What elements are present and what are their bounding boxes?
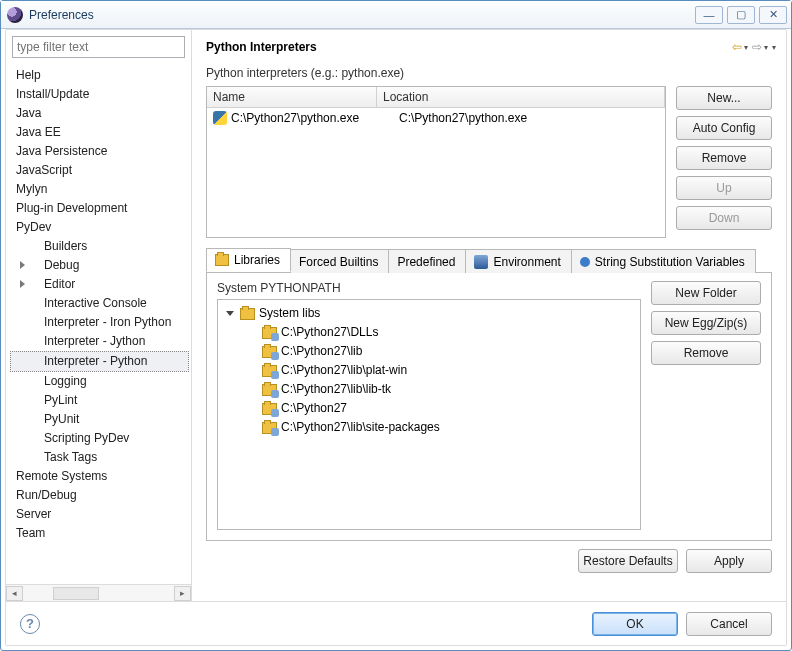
tab-environment[interactable]: Environment xyxy=(465,249,571,273)
lib-folder-icon xyxy=(262,346,277,358)
tree-item-label: Install/Update xyxy=(16,87,89,101)
libs-tree[interactable]: System libs C:\Python27\DLLsC:\Python27\… xyxy=(217,299,641,530)
tree-item-label: Interpreter - Jython xyxy=(44,334,145,348)
apply-button[interactable]: Apply xyxy=(686,549,772,573)
category-tree[interactable]: HelpInstall/UpdateJavaJava EEJava Persis… xyxy=(6,64,191,584)
tab-label: Libraries xyxy=(234,253,280,267)
tree-item[interactable]: Java xyxy=(10,104,189,123)
tree-item-interpreter-python[interactable]: Interpreter - Python xyxy=(10,351,189,372)
chevron-right-icon[interactable] xyxy=(20,261,25,269)
titlebar[interactable]: Preferences — ▢ ✕ xyxy=(1,1,791,29)
lib-path-item[interactable]: C:\Python27\DLLs xyxy=(222,323,636,342)
filter-input[interactable] xyxy=(12,36,185,58)
scroll-left-icon[interactable]: ◂ xyxy=(6,586,23,601)
tree-item[interactable]: PyUnit xyxy=(10,410,189,429)
tree-item[interactable]: Interpreter - Iron Python xyxy=(10,313,189,332)
remove-interpreter-button[interactable]: Remove xyxy=(676,146,772,170)
minimize-button[interactable]: — xyxy=(695,6,723,24)
horizontal-scrollbar[interactable]: ◂ ▸ xyxy=(6,584,191,601)
tree-item[interactable]: Mylyn xyxy=(10,180,189,199)
tree-item[interactable]: Debug xyxy=(10,256,189,275)
tree-item[interactable]: Interactive Console xyxy=(10,294,189,313)
lib-path-label: C:\Python27\lib\site-packages xyxy=(281,418,440,437)
tree-item[interactable]: Scripting PyDev xyxy=(10,429,189,448)
tab-string-substitution[interactable]: String Substitution Variables xyxy=(571,249,756,273)
left-panel: HelpInstall/UpdateJavaJava EEJava Persis… xyxy=(6,30,192,601)
restore-defaults-button[interactable]: Restore Defaults xyxy=(578,549,678,573)
tree-item-label: JavaScript xyxy=(16,163,72,177)
lib-path-label: C:\Python27 xyxy=(281,399,347,418)
help-icon[interactable]: ? xyxy=(20,614,40,634)
tree-item-label: Mylyn xyxy=(16,182,47,196)
tree-item[interactable]: Builders xyxy=(10,237,189,256)
col-name[interactable]: Name xyxy=(207,87,377,107)
tree-item[interactable]: JavaScript xyxy=(10,161,189,180)
up-button[interactable]: Up xyxy=(676,176,772,200)
remove-lib-button[interactable]: Remove xyxy=(651,341,761,365)
lib-folder-icon xyxy=(262,327,277,339)
tab-libraries[interactable]: Libraries xyxy=(206,248,291,272)
pythonpath-label: System PYTHONPATH xyxy=(217,281,641,295)
new-button[interactable]: New... xyxy=(676,86,772,110)
tree-item[interactable]: Help xyxy=(10,66,189,85)
tree-item-label: PyDev xyxy=(16,220,51,234)
tab-predefined[interactable]: Predefined xyxy=(388,249,466,273)
interpreter-table[interactable]: Name Location C:\Python27\python.exe C:\… xyxy=(206,86,666,238)
lib-path-label: C:\Python27\lib\plat-win xyxy=(281,361,407,380)
lib-path-item[interactable]: C:\Python27\lib\site-packages xyxy=(222,418,636,437)
tree-item[interactable]: Install/Update xyxy=(10,85,189,104)
col-location[interactable]: Location xyxy=(377,87,665,107)
tree-item[interactable]: Logging xyxy=(10,372,189,391)
back-button[interactable]: ⇦▾ xyxy=(732,40,748,54)
auto-config-button[interactable]: Auto Config xyxy=(676,116,772,140)
tree-item[interactable]: PyLint xyxy=(10,391,189,410)
tree-item-pydev[interactable]: PyDev xyxy=(10,218,189,237)
tree-item-label: Builders xyxy=(44,239,87,253)
eclipse-icon xyxy=(7,7,23,23)
tree-item[interactable]: Server xyxy=(10,505,189,524)
right-panel: Python Interpreters ⇦▾ ⇨▾ ▾ Python inter… xyxy=(192,30,786,601)
window-title: Preferences xyxy=(29,8,695,22)
tree-item-label: Server xyxy=(16,507,51,521)
lib-path-item[interactable]: C:\Python27\lib\plat-win xyxy=(222,361,636,380)
chevron-right-icon[interactable] xyxy=(20,280,25,288)
lib-path-item[interactable]: C:\Python27\lib\lib-tk xyxy=(222,380,636,399)
tree-item-label: Scripting PyDev xyxy=(44,431,129,445)
tree-item[interactable]: Java EE xyxy=(10,123,189,142)
lib-path-label: C:\Python27\lib\lib-tk xyxy=(281,380,391,399)
system-libs-node[interactable]: System libs xyxy=(222,304,636,323)
forward-button[interactable]: ⇨▾ xyxy=(752,40,768,54)
tree-item[interactable]: Run/Debug xyxy=(10,486,189,505)
tree-item[interactable]: Plug-in Development xyxy=(10,199,189,218)
tree-item-label: Task Tags xyxy=(44,450,97,464)
new-folder-button[interactable]: New Folder xyxy=(651,281,761,305)
tree-item-label: Help xyxy=(16,68,41,82)
expander-open-icon[interactable] xyxy=(226,311,234,316)
tree-item[interactable]: Remote Systems xyxy=(10,467,189,486)
tree-item-label: PyLint xyxy=(44,393,77,407)
tree-item[interactable]: Interpreter - Jython xyxy=(10,332,189,351)
lib-path-item[interactable]: C:\Python27 xyxy=(222,399,636,418)
maximize-button[interactable]: ▢ xyxy=(727,6,755,24)
tree-item[interactable]: Task Tags xyxy=(10,448,189,467)
scroll-thumb[interactable] xyxy=(53,587,99,600)
tree-item[interactable]: Editor xyxy=(10,275,189,294)
tab-forced-builtins[interactable]: Forced Builtins xyxy=(290,249,389,273)
table-row[interactable]: C:\Python27\python.exe C:\Python27\pytho… xyxy=(207,108,665,128)
menu-dropdown-icon[interactable]: ▾ xyxy=(772,43,776,52)
cancel-button[interactable]: Cancel xyxy=(686,612,772,636)
tree-item[interactable]: Team xyxy=(10,524,189,543)
tree-item-label: Editor xyxy=(44,277,75,291)
lib-path-item[interactable]: C:\Python27\lib xyxy=(222,342,636,361)
tree-item[interactable]: Java Persistence xyxy=(10,142,189,161)
preferences-window: Preferences — ▢ ✕ HelpInstall/UpdateJava… xyxy=(0,0,792,651)
lib-folder-icon xyxy=(262,384,277,396)
ok-button[interactable]: OK xyxy=(592,612,678,636)
down-button[interactable]: Down xyxy=(676,206,772,230)
new-egg-button[interactable]: New Egg/Zip(s) xyxy=(651,311,761,335)
scroll-right-icon[interactable]: ▸ xyxy=(174,586,191,601)
close-button[interactable]: ✕ xyxy=(759,6,787,24)
system-libs-label: System libs xyxy=(259,304,320,323)
page-title: Python Interpreters xyxy=(206,40,728,54)
tree-item-label: Plug-in Development xyxy=(16,201,127,215)
